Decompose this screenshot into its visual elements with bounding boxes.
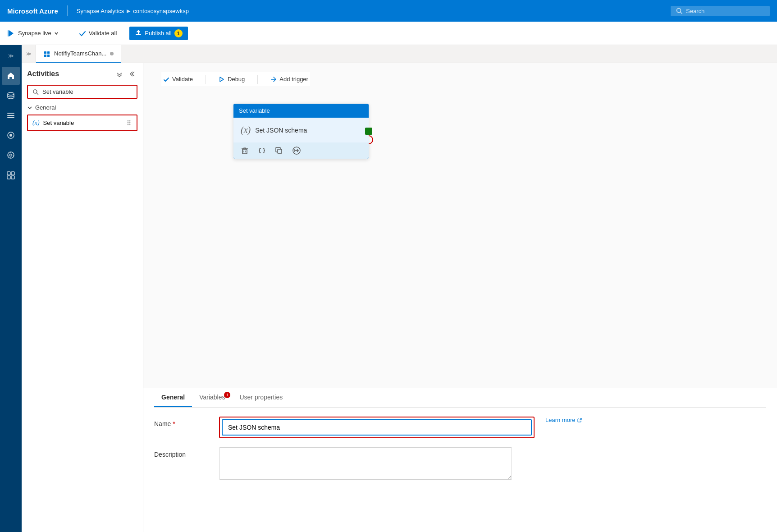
publish-all-label: Publish all [145, 30, 171, 37]
svg-point-27 [128, 120, 129, 122]
publish-icon [135, 30, 142, 37]
sidebar-item-develop[interactable] [2, 146, 20, 164]
collapse-icon [116, 71, 123, 77]
nav-item-1[interactable]: Synapse Analytics [77, 8, 124, 14]
node-body: (x) Set JSON schema [233, 118, 369, 142]
svg-marker-2 [9, 30, 14, 37]
nav-chevron: ▶ [127, 8, 130, 14]
tab-icon [43, 50, 50, 57]
sidebar-item-data[interactable] [2, 87, 20, 105]
form-area: Name * Learn more [154, 408, 766, 500]
add-trigger-button[interactable]: Add trigger [269, 72, 310, 86]
publish-all-button[interactable]: Publish all 1 [129, 27, 187, 40]
svg-point-31 [128, 124, 129, 125]
svg-rect-7 [7, 115, 14, 116]
node-right-connector [365, 128, 372, 135]
svg-marker-33 [220, 77, 224, 82]
drag-handle[interactable] [126, 119, 132, 127]
set-variable-activity-item[interactable]: (x) Set variable [27, 115, 137, 131]
general-section: General (x) Set variable [27, 104, 137, 131]
learn-more-link[interactable]: Learn more [545, 417, 582, 423]
debug-icon [219, 76, 225, 83]
svg-point-30 [129, 122, 131, 124]
debug-label: Debug [228, 76, 245, 83]
database-icon [6, 91, 15, 100]
nav-item-2[interactable]: contososynapsewksp [133, 8, 189, 14]
external-link-icon [577, 417, 582, 423]
sidebar-item-manage[interactable] [2, 166, 20, 184]
activities-title: Activities [27, 70, 59, 78]
tab-user-properties[interactable]: User properties [232, 388, 290, 407]
tab-bar: ≫ NotifiyTeamsChan... [22, 45, 777, 63]
node-braces-btn[interactable] [258, 147, 266, 155]
canvas-area: Validate Debug [143, 63, 777, 532]
name-field-outer-border [219, 417, 535, 438]
description-input[interactable] [219, 447, 512, 480]
canvas-action-toolbar: Validate Debug [161, 72, 310, 86]
synapse-live-icon [7, 29, 15, 37]
tab-expand-btn[interactable]: ≫ [22, 45, 36, 63]
add-trigger-icon [270, 76, 277, 83]
sidebar-item-integrate[interactable] [2, 106, 20, 124]
sidebar-item-home[interactable] [2, 67, 20, 85]
validate-button[interactable]: Validate [161, 72, 195, 86]
activity-search-box[interactable] [27, 85, 137, 99]
node-copy-btn[interactable] [275, 147, 283, 155]
debug-button[interactable]: Debug [217, 72, 247, 86]
copy-icon [275, 147, 283, 155]
search-placeholder: Search [686, 8, 704, 14]
tab-variables[interactable]: Variables 1 [192, 388, 232, 407]
top-bar-divider [67, 5, 68, 16]
redirect-icon [292, 146, 301, 155]
svg-line-1 [681, 12, 682, 14]
manage-icon [6, 170, 15, 179]
set-variable-activity-icon: (x) [32, 119, 40, 127]
validate-check-icon [163, 76, 169, 83]
back-btn[interactable] [127, 69, 137, 79]
add-trigger-label: Add trigger [279, 76, 308, 83]
node-delete-btn[interactable] [241, 147, 249, 155]
node-actions [233, 142, 369, 159]
pipeline-content: Activities [22, 63, 777, 532]
drag-dots-icon [126, 119, 132, 125]
tab-general[interactable]: General [154, 388, 192, 407]
svg-point-29 [128, 122, 129, 124]
svg-rect-4 [136, 34, 141, 35]
svg-rect-34 [242, 149, 247, 154]
activities-header: Activities [27, 69, 137, 79]
action-divider-2 [257, 75, 258, 84]
general-section-header[interactable]: General [27, 104, 137, 111]
activities-controls [114, 69, 137, 79]
name-input[interactable] [222, 419, 532, 436]
integrate-icon [6, 111, 15, 120]
svg-rect-23 [44, 55, 46, 57]
search-icon [676, 8, 682, 14]
name-form-row: Name * Learn more [154, 417, 766, 438]
svg-point-12 [10, 154, 12, 156]
description-form-row: Description [154, 447, 766, 482]
tab-unsaved-dot [110, 52, 114, 55]
synapse-live-dropdown[interactable]: Synapse live [7, 29, 59, 37]
general-chevron-icon [27, 105, 32, 110]
validate-all-button[interactable]: Validate all [73, 27, 123, 40]
sidebar-item-monitor[interactable] [2, 126, 20, 144]
activity-search-input[interactable] [42, 88, 132, 95]
svg-point-32 [129, 124, 131, 125]
name-label: Name * [154, 417, 208, 427]
collapse-btn[interactable] [114, 69, 125, 79]
activity-node-card[interactable]: Set variable (x) Set JSON schema [233, 104, 369, 159]
dropdown-chevron-icon [54, 31, 59, 36]
active-tab[interactable]: NotifiyTeamsChan... [36, 45, 121, 63]
home-icon [6, 71, 15, 80]
validate-label: Validate [172, 76, 193, 83]
svg-rect-6 [7, 113, 14, 114]
svg-rect-8 [7, 117, 14, 118]
sidebar-expand-btn[interactable]: ≫ [0, 49, 22, 63]
set-variable-node[interactable]: Set variable (x) Set JSON schema [233, 104, 369, 159]
svg-point-11 [8, 152, 14, 158]
activities-panel: Activities [22, 63, 143, 532]
content-area: ≫ NotifiyTeamsChan... Activities [22, 45, 777, 532]
node-redirect-btn[interactable] [292, 146, 301, 155]
svg-rect-19 [7, 176, 10, 179]
search-bar[interactable]: Search [671, 6, 770, 16]
